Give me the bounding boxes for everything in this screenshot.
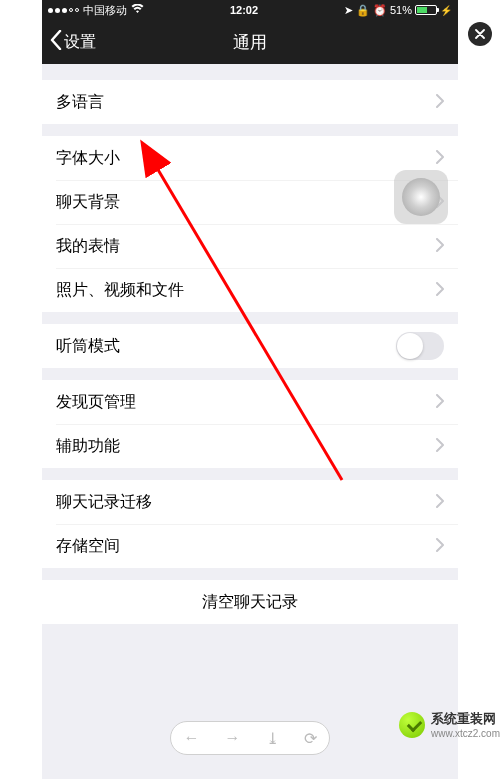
next-icon[interactable]: → [225,729,241,747]
cell-group: 字体大小聊天背景我的表情照片、视频和文件 [42,136,458,312]
assistive-touch-button[interactable] [394,170,448,224]
cell-group: 发现页管理辅助功能 [42,380,458,468]
prev-icon[interactable]: ← [184,729,200,747]
close-button[interactable] [468,22,492,46]
chevron-right-icon [436,536,444,557]
chevron-right-icon [436,148,444,169]
settings-cell[interactable]: 聊天记录迁移 [42,480,458,524]
page-title: 通用 [42,31,458,54]
back-button[interactable]: 设置 [42,30,96,54]
alarm-icon: ⏰ [373,4,387,17]
phone-frame: 中国移动 12:02 ➤ 🔒 ⏰ 51% ⚡ 设置 通用 多语言字体大小聊天背景… [42,0,458,779]
orientation-lock-icon: 🔒 [356,4,370,17]
watermark: 系统重装网 www.xtcz2.com [399,710,500,739]
settings-cell[interactable]: 照片、视频和文件 [42,268,458,312]
download-icon[interactable]: ⤓ [266,729,279,748]
nav-bar: 设置 通用 [42,20,458,64]
status-right: ➤ 🔒 ⏰ 51% ⚡ [344,4,452,17]
assistive-touch-icon [402,178,440,216]
watermark-url: www.xtcz2.com [431,728,500,739]
chevron-right-icon [436,436,444,457]
toggle-switch[interactable] [396,332,444,360]
cell-group: 聊天记录迁移存储空间 [42,480,458,568]
chevron-right-icon [436,392,444,413]
status-time: 12:02 [230,4,258,16]
cell-label: 聊天记录迁移 [56,492,436,513]
bottom-toolbar: ← → ⤓ ⟳ [170,721,330,755]
chevron-right-icon [436,280,444,301]
watermark-logo-icon [399,712,425,738]
battery-icon [415,5,437,15]
battery-pct: 51% [390,4,412,16]
cell-label: 发现页管理 [56,392,436,413]
cell-label: 辅助功能 [56,436,436,457]
chevron-right-icon [436,236,444,257]
wifi-icon [131,4,144,16]
cell-group: 多语言 [42,80,458,124]
settings-cell[interactable]: 听筒模式 [42,324,458,368]
back-label: 设置 [64,32,96,53]
cell-group: 听筒模式 [42,324,458,368]
settings-cell[interactable]: 多语言 [42,80,458,124]
settings-cell[interactable]: 字体大小 [42,136,458,180]
status-left: 中国移动 [48,3,144,18]
status-bar: 中国移动 12:02 ➤ 🔒 ⏰ 51% ⚡ [42,0,458,20]
chevron-left-icon [50,30,62,54]
cell-label: 照片、视频和文件 [56,280,436,301]
settings-cell[interactable]: 辅助功能 [42,424,458,468]
close-icon [475,29,485,39]
clear-chat-history-button[interactable]: 清空聊天记录 [42,580,458,624]
cell-label: 听筒模式 [56,336,396,357]
settings-cell[interactable]: 存储空间 [42,524,458,568]
cell-label: 字体大小 [56,148,436,169]
charging-icon: ⚡ [440,5,452,16]
cell-label: 我的表情 [56,236,436,257]
watermark-title: 系统重装网 [431,710,500,728]
chevron-right-icon [436,492,444,513]
signal-dots-icon [48,8,79,13]
cell-label: 聊天背景 [56,192,436,213]
cell-label: 多语言 [56,92,436,113]
navigation-icon: ➤ [344,4,353,17]
chevron-right-icon [436,92,444,113]
refresh-icon[interactable]: ⟳ [304,729,317,748]
cell-label: 存储空间 [56,536,436,557]
settings-cell[interactable]: 我的表情 [42,224,458,268]
carrier-label: 中国移动 [83,3,127,18]
settings-cell[interactable]: 发现页管理 [42,380,458,424]
